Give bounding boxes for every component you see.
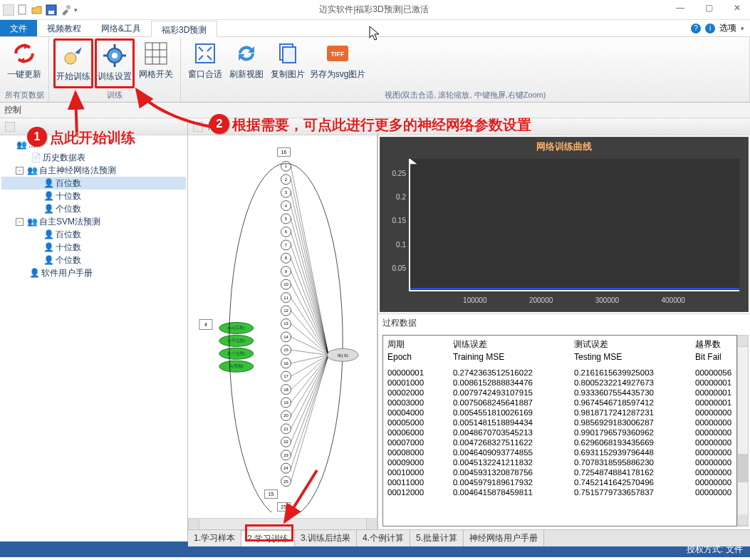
network-diagram[interactable]: 4 out(后数)Y(千位数)Z(个位数)A(周期) 1234567891011… [188, 135, 377, 518]
table-row: 000050000.00514815188944340.985692918300… [387, 418, 732, 427]
minimize-button[interactable]: — [670, 3, 690, 17]
svg-text:21: 21 [283, 427, 288, 431]
process-data-table[interactable]: 周期 训练误差 测试误差 越界数 Epoch Training MSE Test… [382, 335, 737, 527]
chart-tool-icon[interactable] [382, 121, 394, 133]
svg-text:Z(个位数): Z(个位数) [227, 351, 246, 356]
tree-svm-group[interactable]: -👥自主SVM法预测 [1, 215, 186, 228]
copy-icon [274, 40, 301, 67]
tree-nn-ones[interactable]: 👤个位数 [1, 202, 186, 215]
table-row: 000040000.00545518100261690.981871724128… [387, 408, 732, 418]
copy-image-button[interactable]: 复制图片 [268, 38, 308, 88]
maximize-button[interactable]: ▢ [699, 3, 719, 17]
person-icon: 👤 [43, 190, 54, 202]
tab-network-tools[interactable]: 网络&工具 [91, 20, 151, 36]
svg-text:16: 16 [281, 150, 287, 155]
refresh-view-button[interactable]: 刷新视图 [226, 38, 266, 88]
svg-text:out(后数): out(后数) [228, 326, 245, 330]
tree-hidden-top[interactable]: 👥... [1, 138, 186, 151]
table-row: 000080000.00464090937748550.693115293979… [387, 447, 732, 457]
table-row: 000120000.00464158784598110.751577973365… [387, 487, 732, 497]
svg-text:19: 19 [283, 400, 288, 405]
group-icon: 👥 [26, 216, 38, 227]
svg-line-75 [291, 337, 328, 355]
table-row: 000020000.00797424931079150.933360755443… [387, 388, 732, 398]
table-row: 000060000.00486707035452130.990179657936… [387, 427, 732, 437]
svg-text:20: 20 [283, 413, 288, 418]
ribbon-group-train: 开始训练 训练设置 网格开关 训练 [49, 37, 181, 102]
chart-title: 网络训练曲线 [380, 140, 748, 153]
training-settings-button[interactable]: 训练设置 [95, 38, 135, 88]
tree-svm-hundreds[interactable]: 👤百位数 [1, 228, 186, 241]
svg-text:4: 4 [204, 322, 207, 327]
save-icon[interactable] [46, 4, 57, 16]
group-icon: 👥 [16, 139, 27, 150]
person-icon: 👤 [28, 267, 40, 279]
tools-icon[interactable] [60, 4, 71, 16]
svg-text:25: 25 [281, 504, 287, 509]
svg-line-105 [291, 355, 328, 468]
svg-line-45 [291, 206, 328, 356]
update-button[interactable]: 一键更新 [4, 38, 44, 88]
tab-nn-manual[interactable]: 神经网络用户手册 [464, 530, 544, 546]
svg-text:23: 23 [283, 453, 288, 457]
tree-history[interactable]: 📄历史数据表 [1, 151, 186, 164]
info-icon[interactable]: i [705, 24, 715, 33]
tab-fc3d[interactable]: 福彩3D预测 [151, 21, 217, 37]
svg-line-90 [291, 355, 328, 403]
person-icon: 👤 [43, 177, 54, 189]
svg-rect-17 [196, 44, 214, 63]
run-icon [60, 42, 87, 69]
diagram-toolbar: 网 [188, 118, 377, 135]
tab-samples[interactable]: 1.学习样本 [188, 530, 241, 546]
tab-single[interactable]: 4.个例计算 [357, 530, 410, 546]
close-button[interactable]: ✕ [727, 3, 747, 17]
new-icon[interactable] [17, 4, 28, 16]
tab-file[interactable]: 文件 [0, 20, 37, 36]
svg-text:TIFF: TIFF [331, 51, 345, 58]
training-chart[interactable]: 网络训练曲线 0.050.10.150.20.25 10000020000030… [378, 135, 750, 313]
ribbon-group-update: 一键更新 所有页数据 [0, 37, 49, 102]
svg-rect-1 [19, 5, 26, 14]
options-dropdown-icon[interactable]: ▾ [741, 25, 744, 32]
tree-nn-hundreds[interactable]: 👤百位数 [1, 177, 186, 190]
tab-video[interactable]: 视频教程 [37, 20, 91, 36]
person-icon: 👤 [43, 229, 54, 240]
svg-rect-3 [48, 11, 54, 14]
options-label[interactable]: 选项 [719, 22, 736, 34]
process-vscroll[interactable] [737, 335, 749, 527]
collapse-icon[interactable]: - [16, 167, 24, 175]
tiff-icon: TIFF [324, 40, 351, 67]
svg-text:16: 16 [283, 361, 288, 365]
help-icon[interactable]: ? [691, 24, 701, 33]
fit-window-button[interactable]: 窗口合适 [185, 38, 225, 88]
svg-point-7 [112, 53, 118, 58]
tab-batch[interactable]: 5.批量计算 [410, 530, 464, 546]
save-svg-button[interactable]: TIFF 另存为svg图片 [309, 38, 366, 88]
grid-toggle-button[interactable]: 网格开关 [136, 38, 176, 88]
svg-line-84 [291, 355, 328, 376]
diagram-tool-icon[interactable] [192, 121, 204, 133]
svg-line-48 [291, 219, 328, 355]
start-training-button[interactable]: 开始训练 [53, 38, 93, 88]
tree-manual[interactable]: 👤软件用户手册 [1, 266, 186, 279]
person-icon: 👤 [43, 254, 54, 266]
tree-svm-tens[interactable]: 👤十位数 [1, 241, 186, 254]
tree-tool-icon[interactable] [4, 121, 16, 133]
open-icon[interactable] [31, 4, 43, 16]
tree-nn-group[interactable]: -👥自主神经网络法预测 [1, 164, 186, 177]
ribbon-group-view: 窗口合适 刷新视图 复制图片 TIFF 另存为svg图片 视图(双击合适, 滚轮… [181, 37, 750, 102]
tree-svm-ones[interactable]: 👤个位数 [1, 254, 186, 266]
table-icon: 📄 [30, 152, 41, 163]
svg-text:22: 22 [283, 440, 288, 444]
svg-rect-19 [283, 47, 296, 63]
svg-text:15: 15 [269, 492, 274, 497]
svg-text:出( 0): 出( 0) [338, 353, 348, 358]
collapse-icon[interactable]: - [16, 218, 24, 226]
process-data-label: 过程数据 [378, 313, 750, 332]
svg-line-78 [291, 350, 328, 355]
tab-results[interactable]: 3.训练后结果 [295, 530, 357, 546]
svg-text:Y(千位数): Y(千位数) [227, 338, 246, 343]
svg-line-36 [291, 166, 328, 355]
svg-text:18: 18 [283, 388, 288, 392]
tree-nn-tens[interactable]: 👤十位数 [1, 190, 186, 202]
